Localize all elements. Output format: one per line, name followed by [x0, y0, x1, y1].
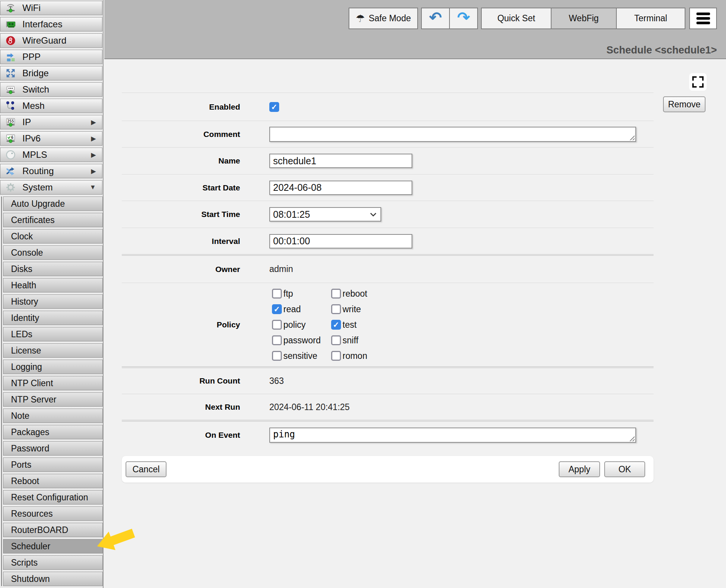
on-event-row: On Event ping: [122, 421, 654, 449]
sidebar-item-label: RouterBOARD: [11, 525, 68, 535]
sidebar-item-console[interactable]: Console: [3, 245, 103, 260]
tab-terminal[interactable]: Terminal: [616, 8, 685, 29]
quick-set-label: Quick Set: [497, 13, 535, 24]
ok-button[interactable]: OK: [604, 461, 645, 477]
sidebar-item-routerboard[interactable]: RouterBOARD: [3, 523, 103, 537]
sidebar-item-label: PPP: [22, 52, 41, 62]
comment-input[interactable]: [269, 127, 636, 142]
run-count-row: Run Count 363: [122, 368, 654, 394]
chevron-right-icon: ▶: [91, 135, 96, 143]
sidebar-item-label: History: [11, 297, 38, 307]
sidebar-item-label: Scheduler: [11, 541, 50, 552]
policy-option-read: ✓read: [272, 302, 331, 317]
sidebar-item-label: Resources: [11, 509, 53, 519]
policy-checkbox-romon[interactable]: [331, 351, 341, 361]
policy-checkbox-write[interactable]: [331, 304, 341, 314]
policy-checkbox-sniff[interactable]: [331, 335, 341, 345]
sidebar-item-ip[interactable]: 255IP▶: [0, 115, 102, 129]
fullscreen-button[interactable]: [689, 73, 707, 91]
sidebar-item-scripts[interactable]: Scripts: [3, 555, 103, 570]
sidebar-item-clock[interactable]: Clock: [3, 229, 103, 244]
sidebar-item-label: Identity: [11, 313, 39, 323]
apply-button[interactable]: Apply: [559, 461, 600, 477]
enabled-checkbox[interactable]: ✓: [269, 102, 279, 112]
sidebar-item-logging[interactable]: Logging: [3, 360, 103, 374]
sidebar-item-ntp-server[interactable]: NTP Server: [3, 392, 103, 407]
tab-quick-set[interactable]: Quick Set: [481, 8, 552, 29]
sidebar-top-items: WiFiInterfacesWireGuardPPPBridgeSwitchMe…: [0, 1, 103, 195]
name-input[interactable]: [269, 154, 412, 168]
bridge-icon: [5, 68, 16, 79]
chevron-right-icon: ▶: [91, 151, 96, 159]
sidebar-item-license[interactable]: License: [3, 343, 103, 358]
policy-checkbox-test[interactable]: ✓: [331, 320, 341, 330]
safe-mode-button[interactable]: ☂ Safe Mode: [349, 8, 418, 29]
policy-checkbox-label: ftp: [283, 289, 293, 299]
sidebar-item-auto-upgrade[interactable]: Auto Upgrade: [3, 197, 103, 211]
sidebar-item-ntp-client[interactable]: NTP Client: [3, 376, 103, 390]
sidebar-item-disks[interactable]: Disks: [3, 262, 103, 276]
start-date-input[interactable]: [269, 181, 412, 195]
sidebar-item-wireguard[interactable]: WireGuard: [0, 33, 102, 48]
sidebar-item-wifi[interactable]: WiFi: [0, 1, 102, 15]
policy-option-write: write: [331, 302, 367, 317]
menu-button[interactable]: [689, 8, 717, 29]
next-run-label: Next Run: [122, 402, 240, 412]
sidebar-item-label: Note: [11, 411, 30, 421]
policy-checkbox-password[interactable]: [272, 335, 282, 345]
policy-checkbox-sensitive[interactable]: [272, 351, 282, 361]
policy-checkbox-label: read: [283, 304, 301, 314]
sidebar-item-label: Switch: [22, 84, 49, 95]
sidebar-item-switch[interactable]: Switch: [0, 82, 102, 97]
policy-option-password: password: [272, 333, 331, 348]
on-event-input[interactable]: ping: [269, 428, 636, 443]
sidebar-item-label: Console: [11, 248, 43, 258]
content-area: Remove Enabled ✓ Comment Name: [104, 60, 726, 588]
run-count-label: Run Count: [122, 376, 240, 385]
policy-checkbox-reboot[interactable]: [331, 289, 341, 299]
sidebar-item-shutdown[interactable]: Shutdown: [3, 572, 103, 586]
sidebar-item-label: NTP Client: [11, 378, 53, 388]
policy-option-sensitive: sensitive: [272, 348, 331, 364]
sidebar-item-health[interactable]: Health: [3, 278, 103, 292]
tab-webfig[interactable]: WebFig: [551, 8, 617, 29]
sidebar-item-history[interactable]: History: [3, 294, 103, 309]
chevron-right-icon: ▶: [91, 118, 96, 126]
sidebar-item-certificates[interactable]: Certificates: [3, 213, 103, 227]
policy-checkbox-read[interactable]: ✓: [272, 304, 282, 314]
sidebar-item-ipv6[interactable]: 6IPv6▶: [0, 131, 102, 146]
policy-checkbox-policy[interactable]: [272, 320, 282, 330]
sidebar-item-bridge[interactable]: Bridge: [0, 66, 102, 80]
sidebar-item-resources[interactable]: Resources: [3, 506, 103, 521]
sidebar-item-scheduler[interactable]: Scheduler: [3, 539, 103, 553]
sidebar-item-system[interactable]: System▼: [0, 180, 102, 195]
sidebar-item-label: Clock: [11, 231, 33, 242]
owner-value: admin: [269, 264, 293, 274]
sidebar-item-interfaces[interactable]: Interfaces: [0, 17, 102, 31]
redo-button[interactable]: ↷: [449, 8, 478, 29]
sidebar-item-identity[interactable]: Identity: [3, 311, 103, 325]
sidebar-item-label: Health: [11, 280, 36, 291]
undo-button[interactable]: ↶: [421, 8, 450, 29]
routing-icon: [5, 165, 16, 177]
policy-checkbox-ftp[interactable]: [272, 289, 282, 299]
sidebar-item-note[interactable]: Note: [3, 409, 103, 423]
sidebar-item-routing[interactable]: Routing▶: [0, 164, 102, 178]
policy-option-test: ✓test: [331, 317, 367, 333]
policy-row: Policy ftp✓readpolicypasswordsensitivere…: [122, 283, 654, 366]
sidebar-item-password[interactable]: Password: [3, 441, 103, 456]
remove-button[interactable]: Remove: [663, 96, 706, 112]
sidebar-item-ppp[interactable]: PPP: [0, 50, 102, 64]
policy-checkbox-label: romon: [343, 351, 367, 361]
sidebar-item-reboot[interactable]: Reboot: [3, 474, 103, 488]
sidebar-item-mpls[interactable]: MPLS▶: [0, 148, 102, 162]
sidebar-item-reset-configuration[interactable]: Reset Configuration: [3, 490, 103, 505]
sidebar-item-packages[interactable]: Packages: [3, 425, 103, 439]
start-time-select[interactable]: 08:01:25: [269, 207, 381, 222]
sidebar-item-label: Bridge: [22, 68, 49, 79]
sidebar-item-ports[interactable]: Ports: [3, 458, 103, 472]
sidebar-item-leds[interactable]: LEDs: [3, 327, 103, 341]
sidebar-item-mesh[interactable]: Mesh: [0, 99, 102, 113]
interval-input[interactable]: [269, 234, 412, 248]
cancel-button[interactable]: Cancel: [126, 461, 167, 477]
